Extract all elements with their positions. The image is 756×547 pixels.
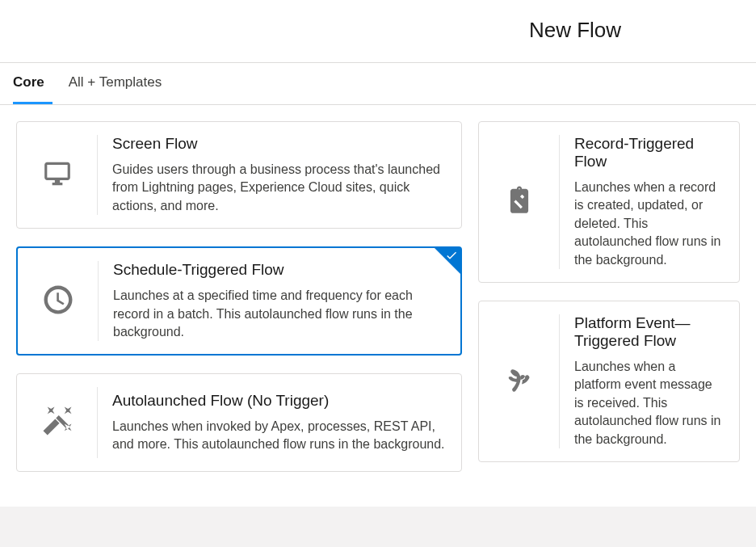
tab-core[interactable]: Core <box>13 63 52 104</box>
card-title: Schedule-Triggered Flow <box>113 261 444 279</box>
page-header: New Flow <box>0 0 756 63</box>
card-icon-area <box>479 135 560 269</box>
card-title: Autolaunched Flow (No Trigger) <box>112 392 445 410</box>
card-description: Launches when invoked by Apex, processes… <box>112 418 445 454</box>
card-title: Screen Flow <box>112 135 445 153</box>
card-description: Guides users through a business process … <box>112 161 445 215</box>
card-autolaunched-flow[interactable]: Autolaunched Flow (No Trigger) Launches … <box>16 373 462 472</box>
card-icon-area <box>18 261 99 341</box>
card-icon-area <box>17 135 98 215</box>
wand-icon <box>40 404 74 441</box>
tab-all-templates[interactable]: All + Templates <box>69 63 170 104</box>
monitor-icon <box>42 158 73 192</box>
cards-left-column: Screen Flow Guides users through a busin… <box>16 121 462 472</box>
page-title: New Flow <box>529 18 621 43</box>
cards-right-column: Record-Triggered Flow Launches when a re… <box>478 121 740 472</box>
card-title: Platform Event—Triggered Flow <box>574 314 723 350</box>
tabs-bar: Core All + Templates <box>0 63 756 105</box>
card-schedule-triggered-flow[interactable]: Schedule-Triggered Flow Launches at a sp… <box>16 246 462 356</box>
card-content: Screen Flow Guides users through a busin… <box>98 122 461 228</box>
card-description: Launches when a platform event message i… <box>574 358 723 448</box>
clock-icon <box>41 283 75 320</box>
card-content: Platform Event—Triggered Flow Launches w… <box>560 301 739 461</box>
card-description: Launches at a specified time and frequen… <box>113 287 444 341</box>
card-description: Launches when a record is created, updat… <box>574 179 723 269</box>
card-screen-flow[interactable]: Screen Flow Guides users through a busin… <box>16 121 462 229</box>
card-content: Autolaunched Flow (No Trigger) Launches … <box>98 379 461 467</box>
card-platform-event-flow[interactable]: Platform Event—Triggered Flow Launches w… <box>478 301 740 462</box>
clipboard-icon <box>504 185 535 219</box>
card-record-triggered-flow[interactable]: Record-Triggered Flow Launches when a re… <box>478 121 740 283</box>
card-content: Schedule-Triggered Flow Launches at a sp… <box>99 248 460 354</box>
broadcast-icon <box>503 364 536 399</box>
card-content: Record-Triggered Flow Launches when a re… <box>560 122 739 282</box>
card-title: Record-Triggered Flow <box>574 135 723 170</box>
checkmark-icon <box>445 249 458 265</box>
card-icon-area <box>17 387 98 458</box>
card-icon-area <box>479 314 560 448</box>
cards-grid: Screen Flow Guides users through a busin… <box>0 105 756 488</box>
footer-bar <box>0 507 756 547</box>
